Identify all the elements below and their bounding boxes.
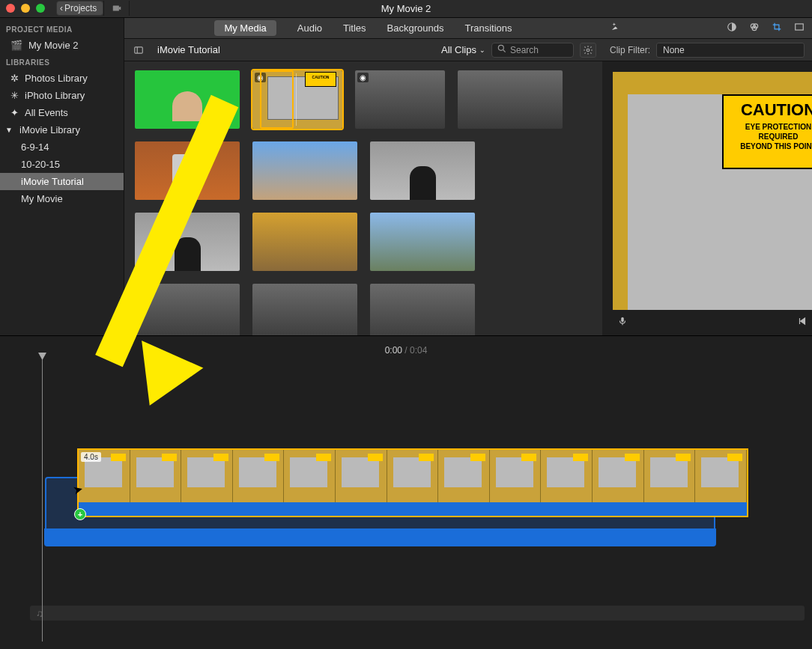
media-import-icon[interactable] <box>103 1 129 16</box>
filter-row: Clip Filter: None <box>602 39 812 61</box>
add-badge-icon: + <box>74 508 86 520</box>
clip-thumbnail[interactable] <box>135 213 240 271</box>
clip-audio-track <box>79 502 747 516</box>
drop-audio-track <box>44 528 716 546</box>
star-icon: ✦ <box>10 107 19 118</box>
clip-thumbnail[interactable] <box>135 70 240 129</box>
sidebar-item-label: iPhoto Library <box>25 90 85 101</box>
clip-thumbnail[interactable] <box>370 213 475 271</box>
clip-thumbnail[interactable] <box>135 141 240 200</box>
caution-title: CAUTION <box>728 100 812 120</box>
tabs: My Media Audio Titles Backgrounds Transi… <box>124 18 602 39</box>
sidebar-item-event-selected[interactable]: iMovie Tutorial <box>0 173 124 190</box>
chevron-left-icon: ‹ <box>60 3 63 13</box>
event-label: 10-20-15 <box>21 159 60 170</box>
window-title: My Movie 2 <box>381 3 431 14</box>
preview-image: CAUTION EYE PROTECTION REQUIRED BEYOND T… <box>613 72 812 310</box>
playhead[interactable] <box>42 357 43 642</box>
sidebar-header-libraries: LIBRARIES <box>0 54 124 70</box>
caution-text: BEYOND THIS POINT <box>728 141 812 151</box>
sidebar-item-event[interactable]: 10-20-15 <box>0 156 124 173</box>
sidebar-item-event[interactable]: 6-9-14 <box>0 138 124 156</box>
sidebar-item-iphoto[interactable]: ✳ iPhoto Library <box>0 87 124 104</box>
svg-point-3 <box>498 45 503 50</box>
clip-thumbnail-selected[interactable]: ◉ CAUTION <box>252 70 342 129</box>
sidebar-item-label: All Events <box>25 107 68 118</box>
sidebar-item-project[interactable]: 🎬 My Movie 2 <box>0 37 124 54</box>
svg-rect-11 <box>621 317 624 322</box>
clip-thumbnail[interactable] <box>135 284 240 335</box>
search-icon <box>497 43 507 56</box>
preview-pane: Clip Filter: None CAUTION EYE PROTECTION… <box>602 18 812 335</box>
allclips-dropdown[interactable]: All Clips ⌄ <box>441 44 485 55</box>
music-icon: ♫ <box>36 608 43 619</box>
clip-thumbnail[interactable]: ◉ <box>355 70 445 129</box>
playhead-handle-icon[interactable] <box>38 353 46 360</box>
media-browser: My Media Audio Titles Backgrounds Transi… <box>124 18 602 335</box>
camera-icon: ◉ <box>255 73 266 82</box>
tab-my-media[interactable]: My Media <box>214 20 276 36</box>
time-indicator: 0:00 / 0:04 <box>385 345 428 356</box>
tab-titles[interactable]: Titles <box>343 22 366 34</box>
sidebar-item-event[interactable]: My Movie <box>0 190 124 207</box>
caution-text: REQUIRED <box>728 132 812 141</box>
filter-dropdown[interactable]: None <box>656 43 805 58</box>
sidebar: PROJECT MEDIA 🎬 My Movie 2 LIBRARIES ✲ P… <box>0 18 124 335</box>
dragging-clip[interactable]: 4.0s + <box>77 448 748 517</box>
camera-icon: ◉ <box>357 73 369 82</box>
tab-backgrounds[interactable]: Backgrounds <box>387 22 444 34</box>
chevron-down-icon: ⌄ <box>479 46 485 54</box>
clip-thumbnail[interactable] <box>252 213 357 271</box>
disclosure-triangle-icon[interactable]: ▼ <box>4 126 13 134</box>
download-icon[interactable] <box>129 1 154 16</box>
event-label: My Movie <box>21 193 63 204</box>
thumbnail-grid[interactable]: ◉ CAUTION ◉ <box>124 61 602 335</box>
sidebar-header-project: PROJECT MEDIA <box>0 21 124 37</box>
skip-back-icon[interactable] <box>797 316 808 329</box>
color-balance-icon[interactable] <box>727 22 737 34</box>
sidebar-toggle-icon[interactable] <box>130 43 147 58</box>
breadcrumb: iMovie Tutorial <box>157 44 220 55</box>
clip-thumbnail[interactable] <box>370 284 475 335</box>
titlebar: ‹ Projects My Movie 2 <box>0 0 812 18</box>
filter-label: Clip Filter: <box>610 45 650 55</box>
clip-thumbnail[interactable] <box>370 141 475 200</box>
enhance-icon[interactable] <box>610 22 620 35</box>
sidebar-item-imovie-library[interactable]: ▼ iMovie Library <box>0 121 124 138</box>
preview-controls <box>613 310 812 335</box>
clip-thumbnail[interactable] <box>252 141 357 200</box>
flower-icon: ✲ <box>10 73 19 84</box>
sidebar-item-label: My Movie 2 <box>28 40 78 51</box>
projects-button[interactable]: ‹ Projects <box>56 1 103 16</box>
svg-line-4 <box>503 50 506 52</box>
timeline[interactable]: 0:00 / 0:04 4.0s + ➤ ♫ <box>0 335 812 649</box>
svg-rect-0 <box>113 6 119 11</box>
svg-rect-10 <box>796 24 804 30</box>
search-placeholder: Search <box>510 45 539 55</box>
clip-thumbnail[interactable] <box>252 284 357 335</box>
gear-icon[interactable] <box>580 43 596 58</box>
music-track[interactable]: ♫ <box>30 606 805 621</box>
clip-duration-badge: 4.0s <box>81 452 101 462</box>
clip-thumbnail[interactable] <box>458 70 563 129</box>
zoom-icon[interactable] <box>36 4 45 13</box>
search-input[interactable]: Search <box>491 43 574 58</box>
window-controls <box>6 4 45 13</box>
close-icon[interactable] <box>6 4 15 13</box>
tab-transitions[interactable]: Transitions <box>464 22 512 34</box>
tab-audio[interactable]: Audio <box>297 22 322 34</box>
preview-toolbar <box>602 18 812 39</box>
sidebar-item-label: iMovie Library <box>19 124 80 135</box>
clapperboard-icon: 🎬 <box>10 40 22 51</box>
color-correction-icon[interactable] <box>749 22 760 34</box>
more-icon[interactable] <box>794 22 805 34</box>
svg-point-5 <box>587 49 590 52</box>
browser-toolbar: iMovie Tutorial All Clips ⌄ Search <box>124 39 602 61</box>
microphone-icon[interactable] <box>617 316 628 329</box>
sidebar-item-photos[interactable]: ✲ Photos Library <box>0 70 124 87</box>
caution-text: EYE PROTECTION <box>728 122 812 132</box>
preview-viewport[interactable]: CAUTION EYE PROTECTION REQUIRED BEYOND T… <box>602 61 812 335</box>
crop-icon[interactable] <box>772 22 782 34</box>
minimize-icon[interactable] <box>21 4 30 13</box>
sidebar-item-events[interactable]: ✦ All Events <box>0 104 124 121</box>
